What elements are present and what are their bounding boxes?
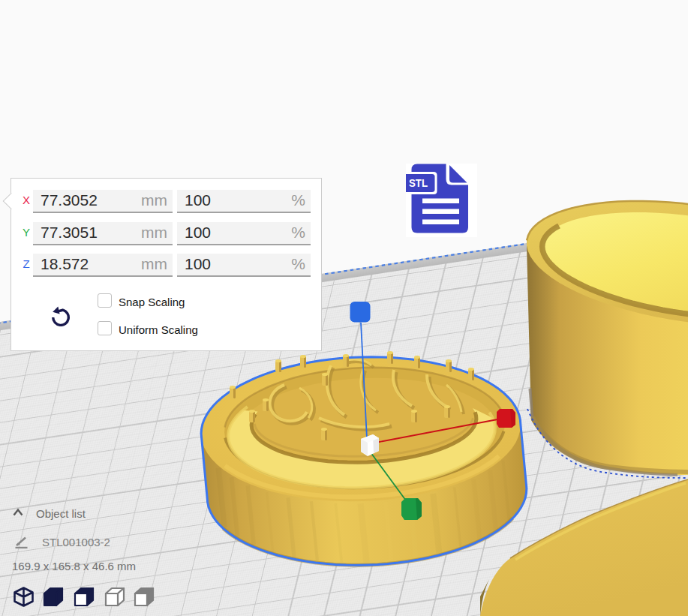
svg-text:STL: STL — [409, 176, 428, 189]
